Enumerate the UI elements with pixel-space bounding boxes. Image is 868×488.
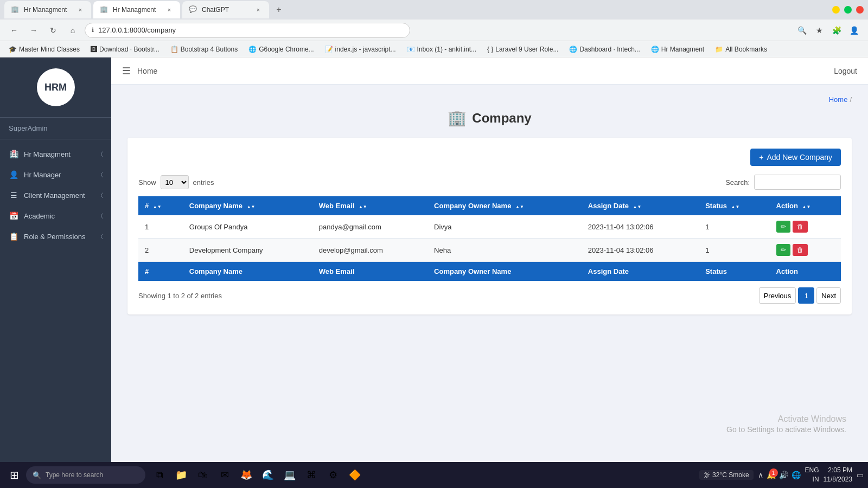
taskbar-app-store[interactable]: 🛍 bbox=[193, 465, 213, 485]
breadcrumb-home[interactable]: Home bbox=[829, 95, 848, 104]
browser-tab-2[interactable]: 🏢 Hr Managment × bbox=[93, 1, 180, 18]
bookmarks-bar: 🎓 Master Mind Classes 🅱 Download · Boots… bbox=[0, 41, 868, 57]
bookmark-allbookmarks-label: All Bookmarks bbox=[725, 46, 767, 53]
sidebar-item-client-management[interactable]: ☰ Client Management 〈 bbox=[0, 185, 111, 206]
col-assign-date[interactable]: Assign Date ▲▼ bbox=[582, 196, 699, 215]
sidebar-item-academic[interactable]: 📅 Academic 〈 bbox=[0, 206, 111, 226]
systray-clock[interactable]: 2:05 PM 11/8/2023 bbox=[824, 466, 852, 484]
taskbar-app-firefox[interactable]: 🦊 bbox=[237, 465, 256, 485]
extension-icon[interactable]: 🧩 bbox=[829, 23, 844, 38]
row2-edit-button[interactable]: ✏ bbox=[776, 244, 790, 256]
row1-delete-button[interactable]: 🗑 bbox=[793, 221, 808, 233]
taskbar-app-mail[interactable]: ✉ bbox=[215, 465, 234, 485]
main-content: ☰ Home Logout Home / 🏢 Company + Add New… bbox=[111, 57, 868, 487]
taskbar-app-terminal[interactable]: ⌘ bbox=[302, 465, 321, 485]
window-minimize[interactable] bbox=[832, 6, 840, 14]
tab3-close[interactable]: × bbox=[254, 5, 263, 14]
bookmark-google-label: G6oogle Chrome... bbox=[259, 46, 314, 53]
col-num[interactable]: # ▲▼ bbox=[138, 196, 183, 215]
window-maximize[interactable] bbox=[844, 6, 852, 14]
tab2-close[interactable]: × bbox=[165, 5, 174, 14]
systray-datetime[interactable]: ENGIN bbox=[805, 466, 819, 484]
bookmark-laravel[interactable]: { } Laravel 9 User Role... bbox=[483, 44, 563, 54]
systray-notification-icon[interactable]: 🔔 1 bbox=[767, 471, 776, 479]
col-company-name[interactable]: Company Name ▲▼ bbox=[183, 196, 312, 215]
home-button[interactable]: ⌂ bbox=[65, 23, 80, 38]
role-permissions-arrow-icon: 〈 bbox=[101, 233, 103, 240]
taskbar-app-wheel[interactable]: ⚙ bbox=[323, 465, 343, 485]
taskbar-app-edge[interactable]: 🌊 bbox=[258, 465, 278, 485]
bookmark-indexjs[interactable]: 📝 index.js - javascript... bbox=[321, 44, 400, 54]
topbar-menu-icon[interactable]: ☰ bbox=[122, 65, 131, 77]
systray-weather: 🌫 32°C Smoke bbox=[699, 470, 754, 480]
bookmark-dashboard[interactable]: 🌐 Dashboard · Intech... bbox=[565, 44, 644, 54]
sidebar-item-hr-manager[interactable]: 👤 Hr Manager 〈 bbox=[0, 164, 111, 185]
systray-volume-icon[interactable]: 🔊 bbox=[779, 471, 788, 479]
row1-company-name: Groups Of Pandya bbox=[183, 215, 312, 239]
taskbar-app-explorer[interactable]: 📁 bbox=[171, 465, 191, 485]
sidebar-logo: HRM bbox=[0, 57, 111, 118]
taskbar-app-orange[interactable]: 🔶 bbox=[345, 465, 365, 485]
profile-icon[interactable]: 👤 bbox=[846, 23, 861, 38]
start-button[interactable]: ⊞ bbox=[4, 465, 24, 485]
refresh-button[interactable]: ↻ bbox=[46, 23, 61, 38]
row1-edit-button[interactable]: ✏ bbox=[776, 221, 790, 233]
systray-lang: ENGIN bbox=[805, 466, 819, 484]
search-control: Search: bbox=[725, 175, 841, 190]
logout-button[interactable]: Logout bbox=[834, 67, 857, 75]
add-new-company-button[interactable]: + Add New Company bbox=[750, 149, 841, 166]
taskbar-systray: 🌫 32°C Smoke ∧ 🔔 1 🔊 🌐 ENGIN 2:05 PM 11/… bbox=[699, 466, 864, 484]
browser-tab-3[interactable]: 💬 ChatGPT × bbox=[182, 1, 269, 18]
back-button[interactable]: ← bbox=[7, 23, 22, 38]
systray-up-icon[interactable]: ∧ bbox=[758, 471, 763, 479]
sidebar-item-hr-management[interactable]: 🏥 Hr Managment 〈 bbox=[0, 144, 111, 164]
col-action[interactable]: Action ▲▼ bbox=[770, 196, 841, 215]
col-web-email[interactable]: Web Email ▲▼ bbox=[312, 196, 427, 215]
table-row: 2 Development Company develop@gmail.com … bbox=[138, 239, 841, 262]
row1-assign-date: 2023-11-04 13:02:06 bbox=[582, 215, 699, 239]
systray-show-desktop[interactable]: ▭ bbox=[857, 471, 864, 479]
address-bar[interactable]: ℹ 127.0.0.1:8000/company bbox=[85, 23, 410, 38]
systray-network-icon[interactable]: 🌐 bbox=[792, 471, 801, 479]
card-toolbar: + Add New Company bbox=[138, 149, 841, 166]
bookmark-bootstrap-dl-icon: 🅱 bbox=[91, 46, 97, 53]
search-icon[interactable]: 🔍 bbox=[794, 23, 809, 38]
academic-icon: 📅 bbox=[9, 211, 18, 221]
bookmark-bootstrap-dl-label: Download · Bootstr... bbox=[99, 46, 159, 53]
tab2-favicon: 🏢 bbox=[100, 5, 108, 14]
table-header: # ▲▼ Company Name ▲▼ Web Email ▲▼ Compan… bbox=[138, 196, 841, 215]
client-management-icon: ☰ bbox=[9, 190, 18, 200]
bookmark-bootstrap-dl[interactable]: 🅱 Download · Bootstr... bbox=[86, 44, 164, 54]
col-status[interactable]: Status ▲▼ bbox=[699, 196, 769, 215]
row2-delete-button[interactable]: 🗑 bbox=[793, 244, 808, 256]
window-close[interactable] bbox=[856, 6, 864, 14]
add-icon: + bbox=[759, 153, 763, 162]
taskbar-search[interactable]: 🔍 Type here to search bbox=[26, 466, 145, 484]
bookmark-star-icon[interactable]: ★ bbox=[812, 23, 827, 38]
next-page-button[interactable]: Next bbox=[816, 287, 841, 304]
bookmark-allbookmarks[interactable]: 📁 All Bookmarks bbox=[711, 44, 771, 54]
taskbar-apps: ⧉ 📁 🛍 ✉ 🦊 🌊 💻 ⌘ ⚙ 🔶 bbox=[150, 465, 365, 485]
new-tab-button[interactable]: + bbox=[271, 2, 286, 17]
weather-text: 32°C Smoke bbox=[712, 471, 749, 479]
entries-select[interactable]: 10 25 50 100 bbox=[161, 175, 189, 189]
footer-col-owner-name: Company Owner Name bbox=[427, 262, 582, 281]
pagination: Previous 1 Next bbox=[759, 287, 841, 304]
page-1-button[interactable]: 1 bbox=[798, 287, 814, 304]
tab1-close[interactable]: × bbox=[76, 5, 85, 14]
previous-page-button[interactable]: Previous bbox=[759, 287, 796, 304]
sidebar-item-role-permissions[interactable]: 📋 Role & Permissions 〈 bbox=[0, 226, 111, 247]
taskbar-app-vscode[interactable]: 💻 bbox=[280, 465, 299, 485]
bookmark-google[interactable]: 🌐 G6oogle Chrome... bbox=[244, 44, 318, 54]
bookmark-inbox[interactable]: 📧 Inbox (1) - ankit.int... bbox=[403, 44, 481, 54]
bookmark-hrm[interactable]: 🌐 Hr Managment bbox=[647, 44, 709, 54]
browser-tab-1[interactable]: 🏢 Hr Managment × bbox=[4, 1, 91, 18]
taskbar-app-taskview[interactable]: ⧉ bbox=[150, 465, 169, 485]
forward-button[interactable]: → bbox=[26, 23, 41, 38]
window-controls bbox=[832, 6, 864, 14]
bookmark-bootstrap-btn[interactable]: 📋 Bootstrap 4 Buttons bbox=[166, 44, 242, 54]
col-owner-name[interactable]: Company Owner Name ▲▼ bbox=[427, 196, 582, 215]
bookmark-mastermind[interactable]: 🎓 Master Mind Classes bbox=[4, 44, 84, 54]
bookmark-mastermind-label: Master Mind Classes bbox=[19, 46, 80, 53]
search-input[interactable] bbox=[754, 175, 841, 190]
